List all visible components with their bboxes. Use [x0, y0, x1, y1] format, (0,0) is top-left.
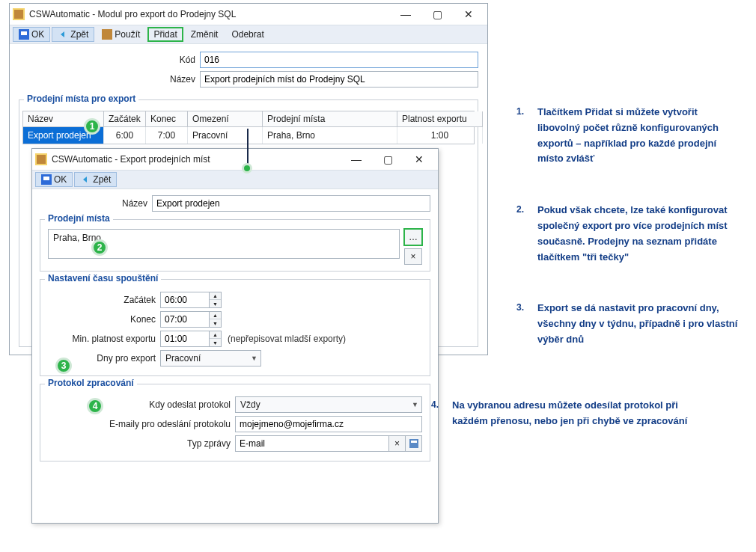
- maximize-button[interactable]: ▢: [372, 149, 403, 170]
- spin-down-icon[interactable]: ▼: [210, 300, 221, 307]
- col-konec[interactable]: Konec: [146, 111, 188, 127]
- connector-line: [247, 129, 249, 166]
- proto-mail-input[interactable]: [235, 416, 422, 432]
- badge-2: 2: [91, 239, 108, 256]
- child-window: CSWAutomatic - Export prodejních míst — …: [31, 148, 439, 524]
- svg-rect-8: [43, 177, 49, 180]
- proto-when-label: Kdy odeslat protokol: [48, 399, 235, 410]
- legend-item-1: 1. Tlačítkem Přidat si můžete vytvořit l…: [516, 105, 741, 167]
- apply-icon: [102, 29, 112, 40]
- end-input[interactable]: [161, 312, 209, 327]
- legend-item-4: 4. Na vybranou adresu můžete odesílat pr…: [431, 398, 716, 429]
- minimize-button[interactable]: —: [390, 4, 421, 25]
- start-label: Začátek: [48, 295, 160, 305]
- minplat-spinner[interactable]: ▲▼: [160, 331, 222, 347]
- svg-rect-3: [21, 31, 27, 35]
- proto-when-select[interactable]: Vždy ▼: [235, 396, 422, 413]
- chevron-down-icon: ▼: [412, 401, 418, 408]
- proto-type-field[interactable]: ×: [235, 435, 422, 452]
- minplat-input[interactable]: [161, 331, 209, 346]
- start-spinner[interactable]: ▲▼: [160, 292, 222, 308]
- svg-rect-4: [102, 29, 112, 40]
- legend-item-2: 2. Pokud však chcete, lze také konfiguro…: [516, 203, 741, 265]
- cell-mista: Praha, Brno: [263, 127, 397, 144]
- cell-platnost: 1:00: [397, 127, 483, 144]
- minplat-label: Min. platnost exportu: [48, 334, 160, 344]
- proto-type-input[interactable]: [236, 436, 388, 451]
- cell-zacatek: 6:00: [104, 127, 146, 144]
- group-title: Nastavení času spouštění: [45, 273, 161, 283]
- save-icon: [41, 174, 52, 185]
- back-button[interactable]: Zpět: [74, 172, 117, 187]
- spin-down-icon[interactable]: ▼: [210, 319, 221, 327]
- close-icon: ×: [410, 251, 415, 262]
- clear-button[interactable]: ×: [388, 436, 405, 451]
- spin-up-icon[interactable]: ▲: [210, 331, 221, 339]
- days-select[interactable]: Pracovní ▼: [160, 350, 261, 367]
- svg-rect-10: [411, 441, 417, 443]
- col-mista[interactable]: Prodejní místa: [263, 111, 397, 127]
- spin-down-icon[interactable]: ▼: [210, 339, 221, 346]
- ok-button[interactable]: OK: [35, 172, 73, 187]
- close-button[interactable]: ✕: [403, 149, 435, 170]
- detail-icon: [409, 439, 418, 448]
- group-title: Protokol zpracování: [45, 378, 137, 388]
- col-platnost[interactable]: Platnost exportu: [397, 111, 483, 127]
- badge-1: 1: [84, 118, 100, 135]
- cell-konec: 7:00: [146, 127, 188, 144]
- start-input[interactable]: [161, 292, 209, 307]
- child-nazev-label: Název: [40, 198, 152, 209]
- ellipsis-icon: …: [409, 232, 418, 242]
- spin-up-icon[interactable]: ▲: [210, 312, 221, 319]
- child-nazev-input[interactable]: [152, 195, 430, 212]
- spin-up-icon[interactable]: ▲: [210, 292, 221, 300]
- badge-3: 3: [55, 358, 72, 374]
- undo-icon: [58, 29, 68, 40]
- cell-omezeni: Pracovní: [188, 127, 263, 144]
- end-spinner[interactable]: ▲▼: [160, 311, 222, 328]
- undo-icon: [80, 174, 91, 185]
- maximize-button[interactable]: ▢: [421, 4, 453, 25]
- badge-4: 4: [87, 398, 103, 414]
- window-title: CSWAutomatic - Modul pro export do Prode…: [29, 9, 390, 19]
- col-zacatek[interactable]: Začátek: [104, 111, 146, 127]
- group-title: Prodejní místa pro export: [24, 93, 138, 104]
- back-button[interactable]: Zpět: [52, 27, 94, 42]
- change-button[interactable]: Změnit: [185, 27, 225, 42]
- add-button[interactable]: Přidat: [147, 27, 183, 42]
- close-button[interactable]: ✕: [453, 4, 484, 25]
- close-icon: ×: [394, 438, 400, 449]
- app-icon: [13, 8, 25, 20]
- save-icon: [19, 29, 29, 40]
- col-omezeni[interactable]: Omezení: [188, 111, 263, 127]
- time-group: Nastavení času spouštění Začátek ▲▼ Kone…: [40, 279, 430, 376]
- use-button[interactable]: Použít: [96, 27, 146, 42]
- proto-type-label: Typ zprávy: [48, 438, 235, 449]
- protocol-group: Protokol zpracování Kdy odeslat protokol…: [40, 384, 430, 461]
- svg-rect-1: [14, 10, 23, 19]
- browse-button[interactable]: …: [404, 229, 422, 245]
- remove-place-button[interactable]: ×: [404, 248, 422, 265]
- minimize-button[interactable]: —: [341, 149, 372, 170]
- svg-rect-9: [409, 439, 418, 448]
- chevron-down-icon: ▼: [251, 355, 257, 362]
- main-toolbar: OK Zpět Použít Přidat Změnit Odebrat: [10, 25, 487, 44]
- legend-item-3: 3. Export se dá nastavit pro pracovní dn…: [516, 301, 741, 347]
- kod-input[interactable]: [200, 52, 478, 68]
- group-title: Prodejní místa: [45, 213, 113, 224]
- legend-pane: 1. Tlačítkem Přidat si můžete vytvořit l…: [516, 105, 741, 384]
- app-icon: [35, 153, 47, 165]
- detail-button[interactable]: [405, 436, 421, 451]
- nazev-label: Název: [19, 74, 200, 85]
- remove-button[interactable]: Odebrat: [225, 27, 269, 42]
- svg-rect-6: [37, 155, 46, 164]
- end-label: Konec: [48, 314, 160, 325]
- kod-label: Kód: [19, 55, 200, 65]
- minplat-note: (nepřepisovat mladší exporty): [228, 334, 346, 344]
- proto-mail-label: E-maily pro odeslání protokolu: [48, 419, 235, 429]
- child-title: CSWAutomatic - Export prodejních míst: [52, 154, 341, 165]
- connector-dot: [242, 163, 252, 174]
- ok-button[interactable]: OK: [13, 27, 50, 42]
- nazev-input[interactable]: [200, 71, 478, 88]
